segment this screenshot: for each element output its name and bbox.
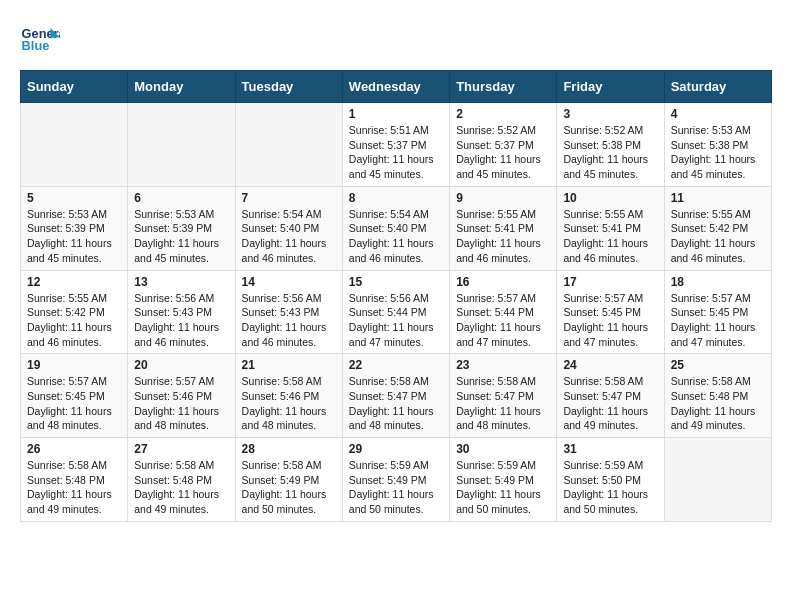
day-number: 12 (27, 275, 121, 289)
day-cell: 14Sunrise: 5:56 AM Sunset: 5:43 PM Dayli… (235, 270, 342, 354)
day-info: Sunrise: 5:54 AM Sunset: 5:40 PM Dayligh… (349, 207, 443, 266)
day-number: 20 (134, 358, 228, 372)
day-info: Sunrise: 5:55 AM Sunset: 5:42 PM Dayligh… (671, 207, 765, 266)
day-info: Sunrise: 5:53 AM Sunset: 5:39 PM Dayligh… (134, 207, 228, 266)
day-cell: 17Sunrise: 5:57 AM Sunset: 5:45 PM Dayli… (557, 270, 664, 354)
day-number: 1 (349, 107, 443, 121)
day-number: 16 (456, 275, 550, 289)
day-cell: 21Sunrise: 5:58 AM Sunset: 5:46 PM Dayli… (235, 354, 342, 438)
col-header-thursday: Thursday (450, 71, 557, 103)
day-number: 28 (242, 442, 336, 456)
day-number: 30 (456, 442, 550, 456)
day-info: Sunrise: 5:57 AM Sunset: 5:44 PM Dayligh… (456, 291, 550, 350)
day-cell: 7Sunrise: 5:54 AM Sunset: 5:40 PM Daylig… (235, 186, 342, 270)
day-info: Sunrise: 5:59 AM Sunset: 5:49 PM Dayligh… (456, 458, 550, 517)
day-info: Sunrise: 5:58 AM Sunset: 5:46 PM Dayligh… (242, 374, 336, 433)
day-cell (128, 103, 235, 187)
day-number: 17 (563, 275, 657, 289)
day-cell: 31Sunrise: 5:59 AM Sunset: 5:50 PM Dayli… (557, 438, 664, 522)
day-info: Sunrise: 5:52 AM Sunset: 5:38 PM Dayligh… (563, 123, 657, 182)
day-cell: 20Sunrise: 5:57 AM Sunset: 5:46 PM Dayli… (128, 354, 235, 438)
day-cell (235, 103, 342, 187)
calendar-table: SundayMondayTuesdayWednesdayThursdayFrid… (20, 70, 772, 522)
day-info: Sunrise: 5:59 AM Sunset: 5:49 PM Dayligh… (349, 458, 443, 517)
day-number: 11 (671, 191, 765, 205)
day-number: 6 (134, 191, 228, 205)
day-number: 5 (27, 191, 121, 205)
week-row-1: 1Sunrise: 5:51 AM Sunset: 5:37 PM Daylig… (21, 103, 772, 187)
week-row-5: 26Sunrise: 5:58 AM Sunset: 5:48 PM Dayli… (21, 438, 772, 522)
day-cell: 2Sunrise: 5:52 AM Sunset: 5:37 PM Daylig… (450, 103, 557, 187)
day-info: Sunrise: 5:58 AM Sunset: 5:49 PM Dayligh… (242, 458, 336, 517)
day-number: 14 (242, 275, 336, 289)
day-cell: 4Sunrise: 5:53 AM Sunset: 5:38 PM Daylig… (664, 103, 771, 187)
col-header-wednesday: Wednesday (342, 71, 449, 103)
day-cell: 6Sunrise: 5:53 AM Sunset: 5:39 PM Daylig… (128, 186, 235, 270)
day-info: Sunrise: 5:55 AM Sunset: 5:41 PM Dayligh… (563, 207, 657, 266)
day-info: Sunrise: 5:57 AM Sunset: 5:45 PM Dayligh… (671, 291, 765, 350)
week-row-3: 12Sunrise: 5:55 AM Sunset: 5:42 PM Dayli… (21, 270, 772, 354)
day-number: 18 (671, 275, 765, 289)
day-number: 9 (456, 191, 550, 205)
day-cell: 24Sunrise: 5:58 AM Sunset: 5:47 PM Dayli… (557, 354, 664, 438)
day-info: Sunrise: 5:56 AM Sunset: 5:43 PM Dayligh… (242, 291, 336, 350)
day-cell (21, 103, 128, 187)
day-cell: 19Sunrise: 5:57 AM Sunset: 5:45 PM Dayli… (21, 354, 128, 438)
day-cell: 15Sunrise: 5:56 AM Sunset: 5:44 PM Dayli… (342, 270, 449, 354)
day-number: 22 (349, 358, 443, 372)
day-info: Sunrise: 5:56 AM Sunset: 5:44 PM Dayligh… (349, 291, 443, 350)
day-number: 23 (456, 358, 550, 372)
day-number: 7 (242, 191, 336, 205)
day-number: 4 (671, 107, 765, 121)
day-info: Sunrise: 5:58 AM Sunset: 5:48 PM Dayligh… (134, 458, 228, 517)
col-header-tuesday: Tuesday (235, 71, 342, 103)
day-info: Sunrise: 5:58 AM Sunset: 5:47 PM Dayligh… (456, 374, 550, 433)
day-info: Sunrise: 5:57 AM Sunset: 5:45 PM Dayligh… (563, 291, 657, 350)
day-info: Sunrise: 5:51 AM Sunset: 5:37 PM Dayligh… (349, 123, 443, 182)
day-number: 13 (134, 275, 228, 289)
col-header-friday: Friday (557, 71, 664, 103)
day-cell: 23Sunrise: 5:58 AM Sunset: 5:47 PM Dayli… (450, 354, 557, 438)
day-cell (664, 438, 771, 522)
day-number: 25 (671, 358, 765, 372)
day-info: Sunrise: 5:58 AM Sunset: 5:48 PM Dayligh… (27, 458, 121, 517)
day-cell: 5Sunrise: 5:53 AM Sunset: 5:39 PM Daylig… (21, 186, 128, 270)
day-number: 19 (27, 358, 121, 372)
col-header-sunday: Sunday (21, 71, 128, 103)
day-number: 3 (563, 107, 657, 121)
day-info: Sunrise: 5:53 AM Sunset: 5:38 PM Dayligh… (671, 123, 765, 182)
day-info: Sunrise: 5:52 AM Sunset: 5:37 PM Dayligh… (456, 123, 550, 182)
day-number: 24 (563, 358, 657, 372)
day-cell: 12Sunrise: 5:55 AM Sunset: 5:42 PM Dayli… (21, 270, 128, 354)
day-info: Sunrise: 5:58 AM Sunset: 5:47 PM Dayligh… (349, 374, 443, 433)
day-cell: 8Sunrise: 5:54 AM Sunset: 5:40 PM Daylig… (342, 186, 449, 270)
day-info: Sunrise: 5:57 AM Sunset: 5:46 PM Dayligh… (134, 374, 228, 433)
day-info: Sunrise: 5:59 AM Sunset: 5:50 PM Dayligh… (563, 458, 657, 517)
day-cell: 30Sunrise: 5:59 AM Sunset: 5:49 PM Dayli… (450, 438, 557, 522)
day-info: Sunrise: 5:54 AM Sunset: 5:40 PM Dayligh… (242, 207, 336, 266)
logo: General Blue (20, 20, 60, 60)
day-number: 21 (242, 358, 336, 372)
day-info: Sunrise: 5:57 AM Sunset: 5:45 PM Dayligh… (27, 374, 121, 433)
header: General Blue (20, 20, 772, 60)
day-number: 2 (456, 107, 550, 121)
day-cell: 13Sunrise: 5:56 AM Sunset: 5:43 PM Dayli… (128, 270, 235, 354)
col-header-saturday: Saturday (664, 71, 771, 103)
day-cell: 27Sunrise: 5:58 AM Sunset: 5:48 PM Dayli… (128, 438, 235, 522)
day-number: 10 (563, 191, 657, 205)
day-cell: 25Sunrise: 5:58 AM Sunset: 5:48 PM Dayli… (664, 354, 771, 438)
day-info: Sunrise: 5:53 AM Sunset: 5:39 PM Dayligh… (27, 207, 121, 266)
day-cell: 1Sunrise: 5:51 AM Sunset: 5:37 PM Daylig… (342, 103, 449, 187)
col-header-monday: Monday (128, 71, 235, 103)
day-info: Sunrise: 5:58 AM Sunset: 5:47 PM Dayligh… (563, 374, 657, 433)
week-row-2: 5Sunrise: 5:53 AM Sunset: 5:39 PM Daylig… (21, 186, 772, 270)
day-cell: 3Sunrise: 5:52 AM Sunset: 5:38 PM Daylig… (557, 103, 664, 187)
day-number: 31 (563, 442, 657, 456)
day-info: Sunrise: 5:56 AM Sunset: 5:43 PM Dayligh… (134, 291, 228, 350)
day-cell: 10Sunrise: 5:55 AM Sunset: 5:41 PM Dayli… (557, 186, 664, 270)
day-cell: 29Sunrise: 5:59 AM Sunset: 5:49 PM Dayli… (342, 438, 449, 522)
header-row: SundayMondayTuesdayWednesdayThursdayFrid… (21, 71, 772, 103)
svg-text:Blue: Blue (22, 38, 50, 53)
day-cell: 11Sunrise: 5:55 AM Sunset: 5:42 PM Dayli… (664, 186, 771, 270)
day-number: 26 (27, 442, 121, 456)
